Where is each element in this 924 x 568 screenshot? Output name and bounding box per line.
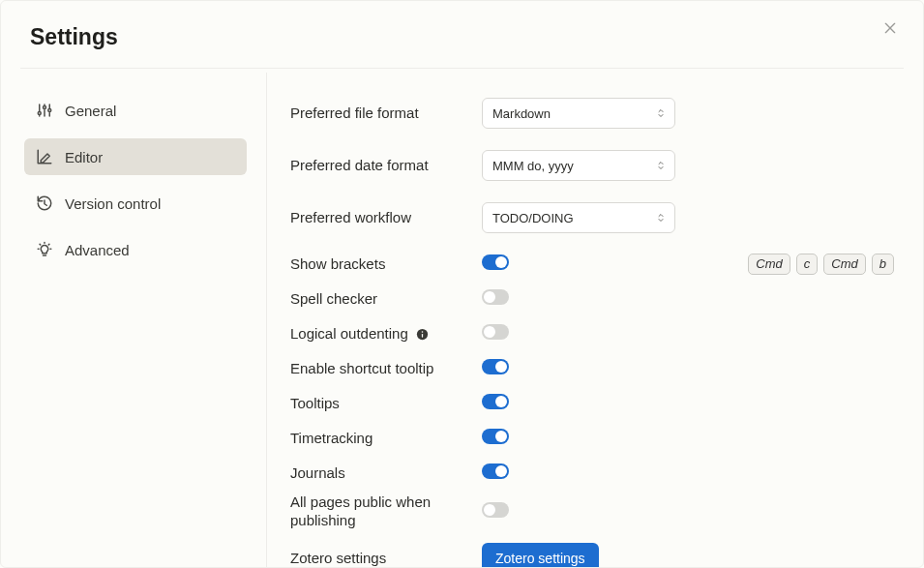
setting-label: All pages public when publishing <box>290 493 482 530</box>
setting-label: Enable shortcut tooltip <box>290 360 482 378</box>
setting-label: Preferred workflow <box>290 209 482 227</box>
setting-row-date-format: Preferred date format MMM do, yyyy <box>290 144 894 187</box>
setting-row-timetracking: Timetracking <box>290 421 894 456</box>
setting-label: Preferred file format <box>290 105 482 123</box>
setting-row-tooltips: Tooltips <box>290 386 894 421</box>
chevrons-up-down-icon <box>655 211 667 224</box>
sidebar-item-advanced[interactable]: Advanced <box>24 231 247 268</box>
select-value: MMM do, yyyy <box>492 159 574 173</box>
setting-row-shortcut-tooltip: Enable shortcut tooltip <box>290 351 894 386</box>
chevrons-up-down-icon <box>655 159 667 172</box>
setting-label: Show brackets <box>290 255 482 274</box>
setting-row-zotero: Zotero settings Zotero settings <box>290 537 894 568</box>
toggle-knob <box>495 256 507 268</box>
svg-rect-2 <box>422 333 423 337</box>
setting-row-show-brackets: Show brackets Cmd c Cmd b <box>290 247 894 282</box>
dialog-title: Settings <box>1 1 923 68</box>
setting-row-workflow: Preferred workflow TODO/DOING <box>290 196 894 239</box>
toggle-knob <box>495 431 507 442</box>
toggle-knob <box>495 396 507 407</box>
sidebar-item-label: Version control <box>65 195 161 212</box>
header-divider <box>20 68 904 69</box>
sidebar-item-label: Advanced <box>65 242 130 258</box>
setting-label: Journals <box>290 464 482 483</box>
all-pages-public-toggle[interactable] <box>482 502 509 518</box>
workflow-select[interactable]: TODO/DOING <box>482 202 675 233</box>
sliders-icon <box>36 102 53 119</box>
settings-main-panel: Preferred file format Markdown Preferred… <box>267 73 923 568</box>
zotero-settings-button[interactable]: Zotero settings <box>482 543 599 568</box>
setting-label: Spell checker <box>290 290 482 309</box>
setting-label: Logical outdenting <box>290 325 482 344</box>
keyboard-shortcut: Cmd c Cmd b <box>748 254 894 275</box>
settings-sidebar: General Editor Version control Advanced <box>1 73 267 568</box>
timetracking-toggle[interactable] <box>482 429 509 444</box>
setting-row-all-pages-public: All pages public when publishing <box>290 491 894 533</box>
show-brackets-toggle[interactable] <box>482 254 509 270</box>
setting-row-journals: Journals <box>290 456 894 491</box>
kbd-key: Cmd <box>823 254 865 275</box>
sidebar-item-editor[interactable]: Editor <box>24 138 247 175</box>
select-value: Markdown <box>492 106 551 121</box>
file-format-select[interactable]: Markdown <box>482 98 675 129</box>
sidebar-item-version-control[interactable]: Version control <box>24 185 247 222</box>
sidebar-item-general[interactable]: General <box>24 92 247 129</box>
setting-row-logical-outdenting: Logical outdenting <box>290 316 894 351</box>
dialog-body: General Editor Version control Advanced <box>1 73 923 568</box>
svg-point-1 <box>421 331 423 333</box>
setting-label-text: Logical outdenting <box>290 325 408 344</box>
setting-label: Tooltips <box>290 395 482 413</box>
history-icon <box>36 194 53 212</box>
close-button[interactable] <box>879 18 902 42</box>
setting-label: Timetracking <box>290 430 482 448</box>
setting-label: Preferred date format <box>290 157 482 175</box>
toggle-knob <box>484 326 495 338</box>
toggle-knob <box>484 504 495 516</box>
journals-toggle[interactable] <box>482 463 509 479</box>
toggle-knob <box>484 291 495 303</box>
setting-row-spell-checker: Spell checker <box>290 282 894 316</box>
select-value: TODO/DOING <box>492 211 574 225</box>
kbd-key: c <box>796 254 819 275</box>
sidebar-item-label: General <box>65 103 116 119</box>
chevrons-up-down-icon <box>655 106 667 120</box>
info-icon[interactable] <box>415 327 430 342</box>
shortcut-tooltip-toggle[interactable] <box>482 359 509 374</box>
lightbulb-icon <box>36 241 53 258</box>
sidebar-item-label: Editor <box>65 149 103 165</box>
setting-row-file-format: Preferred file format Markdown <box>290 92 894 135</box>
tooltips-toggle[interactable] <box>482 394 509 409</box>
settings-dialog: Settings General Editor Version contr <box>0 0 924 568</box>
spell-checker-toggle[interactable] <box>482 289 509 305</box>
date-format-select[interactable]: MMM do, yyyy <box>482 150 675 181</box>
setting-label: Zotero settings <box>290 550 482 568</box>
edit-panel-icon <box>36 148 53 165</box>
toggle-knob <box>495 361 507 373</box>
logical-outdenting-toggle[interactable] <box>482 324 509 340</box>
kbd-key: b <box>872 254 894 275</box>
toggle-knob <box>495 465 507 477</box>
close-icon <box>882 20 898 40</box>
kbd-key: Cmd <box>748 254 790 275</box>
